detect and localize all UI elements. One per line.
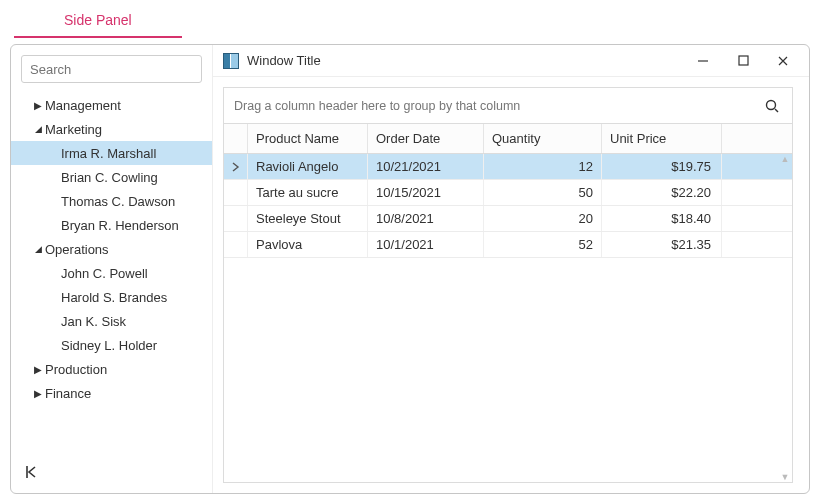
tree-item-label: Harold S. Brandes <box>61 290 167 305</box>
cell-filler <box>722 154 792 179</box>
cell-unit-price: $19.75 <box>602 154 722 179</box>
row-indicator <box>224 232 248 257</box>
tree-leaf[interactable]: Jan K. Sisk <box>11 309 212 333</box>
maximize-icon <box>738 55 749 66</box>
caret-down-icon: ◢ <box>31 244 45 254</box>
tree-item-label: Brian C. Cowling <box>61 170 158 185</box>
column-indicator <box>224 124 248 153</box>
cell-filler <box>722 180 792 205</box>
app-window: ▶Management◢MarketingIrma R. MarshallBri… <box>10 44 810 494</box>
grid-body: ▲ ▼ Ravioli Angelo10/21/202112$19.75Tart… <box>224 154 792 482</box>
tree-group[interactable]: ▶Management <box>11 93 212 117</box>
cell-unit-price: $22.20 <box>602 180 722 205</box>
group-hint-text: Drag a column header here to group by th… <box>234 99 520 113</box>
cell-quantity: 52 <box>484 232 602 257</box>
tree-item-label: Irma R. Marshall <box>61 146 156 161</box>
tree-item-label: Marketing <box>45 122 102 137</box>
scroll-down-icon: ▼ <box>781 472 790 482</box>
maximize-button[interactable] <box>723 49 763 73</box>
grid-search-button[interactable] <box>762 96 782 116</box>
search-icon <box>764 98 780 114</box>
department-tree: ▶Management◢MarketingIrma R. MarshallBri… <box>11 89 212 493</box>
tree-group[interactable]: ▶Production <box>11 357 212 381</box>
cell-quantity: 12 <box>484 154 602 179</box>
cell-product-name: Steeleye Stout <box>248 206 368 231</box>
svg-rect-0 <box>224 54 230 68</box>
cell-order-date: 10/21/2021 <box>368 154 484 179</box>
cell-order-date: 10/15/2021 <box>368 180 484 205</box>
caret-right-icon: ▶ <box>31 100 45 111</box>
row-indicator <box>224 154 248 179</box>
tree-leaf[interactable]: Bryan R. Henderson <box>11 213 212 237</box>
cell-unit-price: $21.35 <box>602 232 722 257</box>
cell-product-name: Pavlova <box>248 232 368 257</box>
cell-quantity: 50 <box>484 180 602 205</box>
close-icon <box>777 55 789 67</box>
table-row[interactable]: Tarte au sucre10/15/202150$22.20 <box>224 180 792 206</box>
cell-product-name: Ravioli Angelo <box>248 154 368 179</box>
table-row[interactable]: Ravioli Angelo10/21/202112$19.75 <box>224 154 792 180</box>
column-unit-price[interactable]: Unit Price <box>602 124 722 153</box>
collapse-sidebar-button[interactable] <box>19 459 45 485</box>
caret-right-icon: ▶ <box>31 388 45 399</box>
main-area: Window Title Drag a column header here t… <box>213 45 809 493</box>
close-button[interactable] <box>763 49 803 73</box>
tree-item-label: Jan K. Sisk <box>61 314 126 329</box>
tree-item-label: Thomas C. Dawson <box>61 194 175 209</box>
data-grid: Product Name Order Date Quantity Unit Pr… <box>223 123 793 483</box>
search-wrap <box>11 45 212 89</box>
grid-header: Product Name Order Date Quantity Unit Pr… <box>224 124 792 154</box>
tree-item-label: Bryan R. Henderson <box>61 218 179 233</box>
column-order-date[interactable]: Order Date <box>368 124 484 153</box>
column-quantity[interactable]: Quantity <box>484 124 602 153</box>
tree-leaf[interactable]: John C. Powell <box>11 261 212 285</box>
tree-leaf[interactable]: Irma R. Marshall <box>11 141 212 165</box>
cell-unit-price: $18.40 <box>602 206 722 231</box>
tree-leaf[interactable]: Thomas C. Dawson <box>11 189 212 213</box>
tree-item-label: Management <box>45 98 121 113</box>
window-title: Window Title <box>247 53 321 68</box>
tree-leaf[interactable]: Harold S. Brandes <box>11 285 212 309</box>
minimize-button[interactable] <box>683 49 723 73</box>
chevron-right-icon <box>232 162 240 172</box>
tree-item-label: John C. Powell <box>61 266 148 281</box>
sidebar: ▶Management◢MarketingIrma R. MarshallBri… <box>11 45 213 493</box>
tree-leaf[interactable]: Sidney L. Holder <box>11 333 212 357</box>
cell-filler <box>722 232 792 257</box>
svg-point-4 <box>767 100 776 109</box>
svg-rect-1 <box>231 54 238 68</box>
titlebar: Window Title <box>213 45 809 77</box>
caret-right-icon: ▶ <box>31 364 45 375</box>
column-filler <box>722 124 792 153</box>
column-product-name[interactable]: Product Name <box>248 124 368 153</box>
content: Drag a column header here to group by th… <box>213 77 809 493</box>
caret-down-icon: ◢ <box>31 124 45 134</box>
app-icon <box>223 53 239 69</box>
cell-order-date: 10/1/2021 <box>368 232 484 257</box>
group-panel[interactable]: Drag a column header here to group by th… <box>223 87 793 123</box>
cell-product-name: Tarte au sucre <box>248 180 368 205</box>
cell-filler <box>722 206 792 231</box>
tree-group[interactable]: ◢Operations <box>11 237 212 261</box>
tab-strip: Side Panel <box>0 0 822 38</box>
tree-group[interactable]: ◢Marketing <box>11 117 212 141</box>
tree-leaf[interactable]: Brian C. Cowling <box>11 165 212 189</box>
tree-item-label: Sidney L. Holder <box>61 338 157 353</box>
table-row[interactable]: Pavlova10/1/202152$21.35 <box>224 232 792 258</box>
collapse-icon <box>24 464 40 480</box>
row-indicator <box>224 180 248 205</box>
table-row[interactable]: Steeleye Stout10/8/202120$18.40 <box>224 206 792 232</box>
cell-quantity: 20 <box>484 206 602 231</box>
tree-item-label: Finance <box>45 386 91 401</box>
search-input[interactable] <box>21 55 202 83</box>
cell-order-date: 10/8/2021 <box>368 206 484 231</box>
tree-item-label: Operations <box>45 242 109 257</box>
row-indicator <box>224 206 248 231</box>
minimize-icon <box>697 55 709 67</box>
svg-rect-3 <box>739 56 748 65</box>
tree-item-label: Production <box>45 362 107 377</box>
tab-side-panel[interactable]: Side Panel <box>14 4 182 38</box>
tree-group[interactable]: ▶Finance <box>11 381 212 405</box>
